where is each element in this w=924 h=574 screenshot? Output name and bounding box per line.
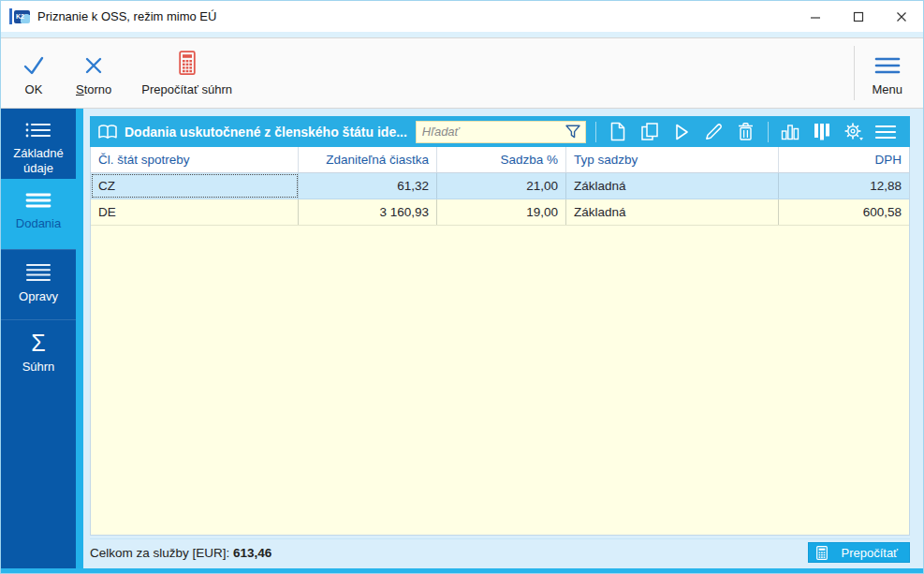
cell-base[interactable]: 3 160,93 <box>299 199 437 225</box>
header-separator <box>768 122 769 142</box>
panel-header: Dodania uskutočnené z členského štátu id… <box>90 116 910 147</box>
table-row[interactable]: DE 3 160,93 19,00 Základná 600,58 <box>91 199 909 226</box>
total-value: 613,46 <box>233 546 271 560</box>
window-title: Priznanie k OSS, režim mimo EÚ <box>37 9 216 23</box>
column-header-zaklad[interactable]: Zdaniteľná čiastka <box>299 147 437 172</box>
recalc-button[interactable]: Prepočítať <box>808 542 910 563</box>
titlebar: K2 Priznanie k OSS, režim mimo EÚ <box>1 1 923 32</box>
storno-button[interactable]: Storno <box>61 38 126 108</box>
app-icon-bar <box>9 8 12 24</box>
sidebar-item-label: Základné údaje <box>1 146 76 176</box>
titlebar-divider <box>1 32 923 38</box>
sigma-icon: Σ <box>31 332 45 353</box>
funnel-filter-icon <box>565 124 581 140</box>
new-record-button[interactable] <box>606 119 631 144</box>
footer-bar: Celkom za služby [EUR]: 613,46 Prepočíta… <box>90 538 910 564</box>
column-header-sadzba[interactable]: Sadzba % <box>437 147 566 172</box>
close-button[interactable] <box>880 1 923 32</box>
ok-button[interactable]: OK <box>7 38 61 108</box>
search-input[interactable] <box>422 125 565 139</box>
cell-rate-type[interactable]: Základná <box>566 199 779 225</box>
sidebar-item-zakladne-udaje[interactable]: Základné údaje <box>1 109 76 179</box>
cell-vat[interactable]: 12,88 <box>779 173 909 199</box>
recalc-button-label: Prepočítať <box>841 546 898 560</box>
menu-hamburger-icon <box>873 50 902 76</box>
table-empty-area <box>91 226 909 535</box>
minimize-icon <box>809 10 822 23</box>
cell-vat[interactable]: 600,58 <box>779 199 909 225</box>
table-row[interactable]: CZ 61,32 21,00 Základná 12,88 <box>91 173 909 199</box>
list-icon <box>23 191 53 210</box>
sidebar-filler <box>1 390 76 568</box>
panel-hamburger-icon <box>874 124 897 140</box>
edit-button[interactable] <box>701 119 726 144</box>
maximize-button[interactable] <box>837 1 880 32</box>
sidebar-item-label: Súhrn <box>21 360 57 375</box>
bar-chart-icon <box>780 123 800 141</box>
dodania-panel: Dodania uskutočnené z členského štátu id… <box>90 116 910 536</box>
cancel-x-icon <box>83 50 104 76</box>
main-area: Základné údaje Dodania Opravy <box>1 109 923 568</box>
sidebar-item-opravy[interactable]: Opravy <box>1 249 76 319</box>
panel-menu-button[interactable] <box>873 119 899 144</box>
copy-record-button[interactable] <box>638 119 663 144</box>
cell-rate[interactable]: 21,00 <box>437 173 566 199</box>
column-header-typ[interactable]: Typ sadzby <box>566 147 779 172</box>
settings-button[interactable] <box>842 119 867 144</box>
new-document-icon <box>609 122 626 141</box>
total-label: Celkom za služby [EUR]: 613,46 <box>90 546 271 560</box>
chart-view-button[interactable] <box>778 119 803 144</box>
cell-rate[interactable]: 19,00 <box>437 199 566 225</box>
storno-button-label: Storno <box>76 82 111 96</box>
delete-button[interactable] <box>733 119 758 144</box>
column-header-stat[interactable]: Čl. štát spotreby <box>91 147 299 172</box>
cell-rate-type[interactable]: Základná <box>566 173 779 199</box>
calculator-icon <box>177 50 198 76</box>
check-icon <box>22 50 46 76</box>
detail-list-icon <box>23 121 53 140</box>
filter-button[interactable] <box>565 124 581 140</box>
sidebar-item-dodania[interactable]: Dodania <box>1 179 76 249</box>
sidebar-item-label: Opravy <box>17 289 60 304</box>
calculator-small-icon <box>816 546 828 560</box>
sidebar-accent-strip <box>76 109 83 568</box>
maximize-icon <box>852 10 865 23</box>
content-area: Dodania uskutočnené z členského štátu id… <box>83 109 923 568</box>
toolbar-divider <box>854 46 855 100</box>
close-icon <box>895 10 908 23</box>
k2-logo-icon: K2 <box>14 10 30 23</box>
cell-base[interactable]: 61,32 <box>299 173 437 199</box>
window-bottom-border <box>1 568 923 573</box>
menu-button[interactable]: Menu <box>857 38 917 108</box>
main-toolbar: OK Storno Prepočí <box>1 38 923 109</box>
list-icon <box>23 262 53 283</box>
minimize-button[interactable] <box>794 1 837 32</box>
sidebar-item-suhrn[interactable]: Σ Súhrn <box>1 319 76 390</box>
app-window: K2 Priznanie k OSS, režim mimo EÚ <box>0 0 924 574</box>
recalc-summary-label: Prepočítať súhrn <box>141 82 232 96</box>
sidebar: Základné údaje Dodania Opravy <box>1 109 76 568</box>
copy-icon <box>640 122 660 141</box>
ok-button-label: OK <box>25 82 43 96</box>
book-icon <box>97 124 118 140</box>
table: Čl. štát spotreby Zdaniteľná čiastka Sad… <box>90 147 910 536</box>
recalc-summary-button[interactable]: Prepočítať súhrn <box>126 38 247 108</box>
panel-title: Dodania uskutočnené z členského štátu id… <box>125 125 407 140</box>
header-separator <box>595 122 596 142</box>
columns-button[interactable] <box>810 119 835 144</box>
cell-state[interactable]: CZ <box>91 173 299 199</box>
column-header-dph[interactable]: DPH <box>779 147 909 172</box>
pencil-icon <box>704 122 724 141</box>
columns-icon <box>813 122 831 141</box>
play-icon <box>673 123 690 141</box>
app-icon: K2 <box>9 8 30 24</box>
gear-icon <box>843 122 864 141</box>
menu-button-label: Menu <box>872 82 902 96</box>
sidebar-item-label: Dodania <box>14 216 63 231</box>
cell-state[interactable]: DE <box>91 199 299 225</box>
run-button[interactable] <box>669 119 695 144</box>
table-header-row: Čl. štát spotreby Zdaniteľná čiastka Sad… <box>91 147 909 173</box>
trash-icon <box>737 122 755 141</box>
search-box <box>416 121 586 143</box>
